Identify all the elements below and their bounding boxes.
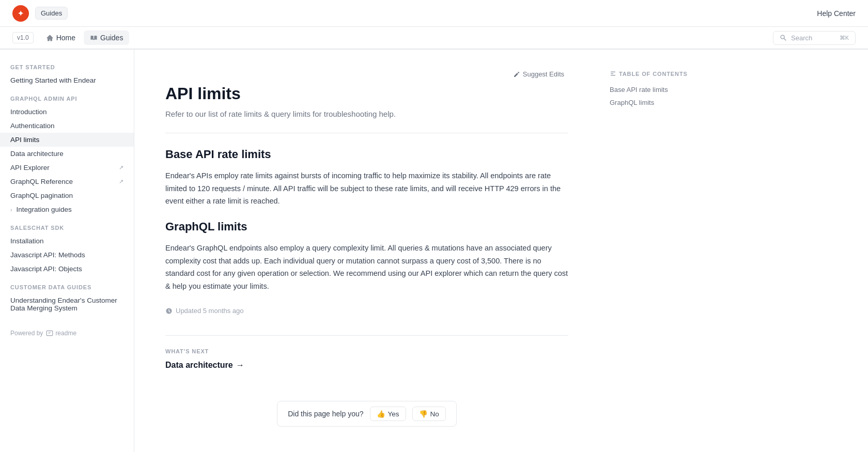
content-divider xyxy=(165,133,568,133)
sidebar-item-js-objects[interactable]: Javascript API: Objects xyxy=(0,262,134,276)
section-body-graphql-limits: Endear's GraphQL endpoints also employ a… xyxy=(165,242,568,293)
sidebar-item-getting-started[interactable]: Getting Started with Endear xyxy=(0,73,134,87)
thumbs-up-icon: 👍 xyxy=(377,410,385,418)
section-title-customer-data: CUSTOMER DATA GUIDES xyxy=(0,280,134,293)
sub-nav: v1.0 Home Guides Search ⌘K xyxy=(0,27,868,50)
feedback-yes-button[interactable]: 👍 Yes xyxy=(370,407,406,421)
next-link-text: Data architecture xyxy=(165,361,233,370)
logo-icon[interactable]: ✦ xyxy=(12,5,29,22)
toc-item-base-rate[interactable]: Base API rate limits xyxy=(610,83,703,96)
sidebar-item-introduction[interactable]: Introduction xyxy=(0,105,134,119)
toc-title: TABLE OF CONTENTS xyxy=(610,70,703,77)
section-body-base-rate: Endear's APIs employ rate limits against… xyxy=(165,169,568,208)
readme-icon xyxy=(46,330,53,337)
sidebar-item-authentication[interactable]: Authentication xyxy=(0,119,134,133)
sidebar-item-js-methods[interactable]: Javascript API: Methods xyxy=(0,248,134,262)
svg-rect-0 xyxy=(47,331,53,335)
external-arrow-graphql-reference: ↗ xyxy=(119,178,123,185)
toc-item-graphql-limits[interactable]: GraphQL limits xyxy=(610,96,703,109)
powered-by: Powered by readme xyxy=(0,319,134,347)
sub-nav-left: v1.0 Home Guides xyxy=(12,30,129,45)
readme-logo: readme xyxy=(46,330,76,337)
layout: GET STARTED Getting Started with Endear … xyxy=(0,50,868,452)
clock-icon xyxy=(165,307,173,315)
suggest-edits-button[interactable]: Suggest Edits xyxy=(509,68,568,80)
sidebar-item-understanding-endear[interactable]: Understanding Endear's Customer Data Mer… xyxy=(0,293,134,315)
top-nav: ✦ Guides Help Center xyxy=(0,0,868,27)
sidebar-section-graphql-admin-api: GRAPHQL ADMIN API Introduction Authentic… xyxy=(0,91,134,216)
feedback-question: Did this page help you? xyxy=(288,410,363,418)
search-icon xyxy=(780,34,787,41)
section-title-base-rate: Base API rate limits xyxy=(165,148,568,161)
toc-sidebar: TABLE OF CONTENTS Base API rate limits G… xyxy=(599,50,713,452)
sidebar-item-integration-guides[interactable]: › Integration guides xyxy=(0,202,134,216)
nav-guides[interactable]: Guides xyxy=(84,30,129,45)
feedback-box: Did this page help you? 👍 Yes 👎 No xyxy=(277,401,457,427)
next-link[interactable]: Data architecture → xyxy=(165,361,244,370)
sidebar-item-api-limits[interactable]: API limits xyxy=(0,133,134,147)
help-center-label: Help Center xyxy=(817,9,856,18)
thumbs-down-icon: 👎 xyxy=(419,410,428,418)
feedback-bar: Did this page help you? 👍 Yes 👎 No xyxy=(165,401,568,447)
whats-next-section: WHAT'S NEXT Data architecture → xyxy=(165,335,568,370)
main-content: Suggest Edits API limits Refer to our li… xyxy=(134,50,599,452)
search-label: Search xyxy=(791,34,812,42)
sidebar: GET STARTED Getting Started with Endear … xyxy=(0,50,134,452)
sidebar-section-customer-data: CUSTOMER DATA GUIDES Understanding Endea… xyxy=(0,280,134,315)
suggest-edits-label: Suggest Edits xyxy=(523,70,564,78)
section-title-graphql-limits: GraphQL limits xyxy=(165,220,568,233)
home-icon xyxy=(46,34,54,42)
chevron-icon-integration-guides: › xyxy=(10,207,12,213)
toc-icon xyxy=(610,70,616,77)
external-arrow-api-explorer: ↗ xyxy=(119,164,123,171)
yes-label: Yes xyxy=(388,410,399,418)
nav-home[interactable]: Home xyxy=(40,30,82,45)
page-title: API limits xyxy=(165,84,568,103)
whats-next-label: WHAT'S NEXT xyxy=(165,348,568,354)
section-title-graphql: GRAPHQL ADMIN API xyxy=(0,91,134,105)
top-nav-left: ✦ Guides xyxy=(12,5,68,22)
sidebar-section-saleschat: SALESCHAT SDK Installation Javascript AP… xyxy=(0,221,134,276)
feedback-no-button[interactable]: 👎 No xyxy=(412,407,446,421)
edit-icon xyxy=(513,71,520,78)
sidebar-item-data-architecture[interactable]: Data architecture xyxy=(0,147,134,161)
sidebar-item-api-explorer[interactable]: API Explorer ↗ xyxy=(0,161,134,175)
updated-text: Updated 5 months ago xyxy=(165,307,568,315)
search-shortcut: ⌘K xyxy=(840,35,849,41)
book-icon xyxy=(90,34,98,42)
section-title-get-started: GET STARTED xyxy=(0,60,134,73)
version-badge: v1.0 xyxy=(12,32,34,43)
guides-badge[interactable]: Guides xyxy=(35,7,68,20)
next-link-arrow: → xyxy=(236,361,244,370)
sidebar-item-graphql-reference[interactable]: GraphQL Reference ↗ xyxy=(0,175,134,189)
search-box[interactable]: Search ⌘K xyxy=(773,31,856,45)
sidebar-item-installation[interactable]: Installation xyxy=(0,234,134,248)
section-title-saleschat: SALESCHAT SDK xyxy=(0,221,134,234)
sidebar-item-graphql-pagination[interactable]: GraphQL pagination xyxy=(0,189,134,202)
no-label: No xyxy=(430,410,439,418)
sidebar-section-get-started: GET STARTED Getting Started with Endear xyxy=(0,60,134,87)
page-subtitle: Refer to our list of rate limits & query… xyxy=(165,110,568,118)
